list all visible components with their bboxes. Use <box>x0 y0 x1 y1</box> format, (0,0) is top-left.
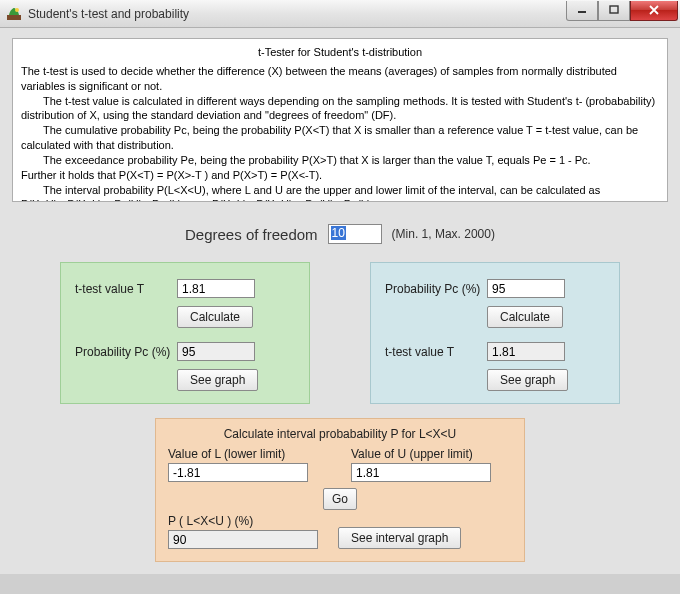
interval-p-output <box>168 530 318 549</box>
title-bar: Student's t-test and probability <box>0 0 680 28</box>
minimize-button[interactable] <box>566 1 598 21</box>
svg-rect-0 <box>7 15 21 20</box>
info-text: The interval probability P(L<X<U), where… <box>21 183 659 198</box>
info-text: P(X<U) - P(X<L) = Pc(U) - Pc (L) or as P… <box>21 197 659 202</box>
window-buttons <box>566 1 678 21</box>
see-graph-button[interactable]: See graph <box>487 369 568 391</box>
pc-label: Probability Pc (%) <box>385 282 487 296</box>
t-to-pc-panel: t-test value T Calculate Probability Pc … <box>60 262 310 404</box>
t-value-label: t-test value T <box>385 345 487 359</box>
see-graph-button[interactable]: See graph <box>177 369 258 391</box>
info-text: The t-test value is calculated in differ… <box>21 94 659 124</box>
calculate-button[interactable]: Calculate <box>487 306 563 328</box>
interval-panel: Calculate interval probabability P for L… <box>155 418 525 562</box>
see-interval-graph-button[interactable]: See interval graph <box>338 527 461 549</box>
pc-input[interactable] <box>487 279 565 298</box>
info-heading: t-Tester for Student's t-distribution <box>21 45 659 60</box>
info-text: Further it holds that P(X<T) = P(X>-T ) … <box>21 168 659 183</box>
pc-output <box>177 342 255 361</box>
calculate-button[interactable]: Calculate <box>177 306 253 328</box>
info-text: The t-test is used to decide whether the… <box>21 64 659 94</box>
close-button[interactable] <box>630 1 678 21</box>
dof-label: Degrees of freedom <box>185 226 318 243</box>
info-panel: t-Tester for Student's t-distribution Th… <box>12 38 668 202</box>
info-text: The exceedance probability Pe, being the… <box>21 153 659 168</box>
t-value-label: t-test value T <box>75 282 177 296</box>
dof-input[interactable] <box>328 224 382 244</box>
upper-limit-label: Value of U (upper limit) <box>351 447 512 461</box>
pc-to-t-panel: Probability Pc (%) Calculate t-test valu… <box>370 262 620 404</box>
app-icon <box>6 6 22 22</box>
go-button[interactable]: Go <box>323 488 357 510</box>
dof-limits: (Min. 1, Max. 2000) <box>392 227 495 241</box>
maximize-button[interactable] <box>598 1 630 21</box>
degrees-of-freedom-row: Degrees of freedom 10 (Min. 1, Max. 2000… <box>12 224 668 244</box>
lower-limit-input[interactable] <box>168 463 308 482</box>
interval-title: Calculate interval probabability P for L… <box>168 427 512 441</box>
client-area: t-Tester for Student's t-distribution Th… <box>0 28 680 574</box>
upper-limit-input[interactable] <box>351 463 491 482</box>
interval-p-label: P ( L<X<U ) (%) <box>168 514 318 528</box>
svg-rect-2 <box>578 11 586 13</box>
t-value-output <box>487 342 565 361</box>
info-text: The cumulative probability Pc, being the… <box>21 123 659 153</box>
svg-rect-3 <box>610 6 618 13</box>
lower-limit-label: Value of L (lower limit) <box>168 447 329 461</box>
svg-point-1 <box>15 8 19 12</box>
window-title: Student's t-test and probability <box>28 7 189 21</box>
t-value-input[interactable] <box>177 279 255 298</box>
pc-label: Probability Pc (%) <box>75 345 177 359</box>
